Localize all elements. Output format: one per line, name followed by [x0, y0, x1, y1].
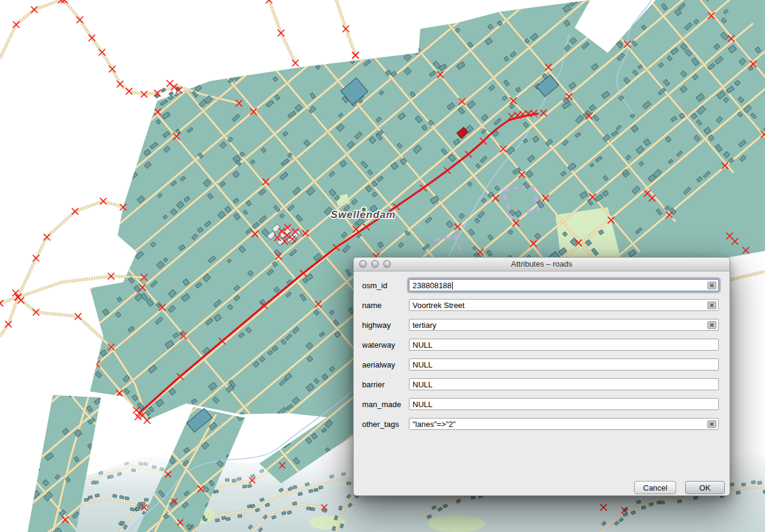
text-caret — [452, 282, 453, 289]
field-label: osm_id — [362, 281, 409, 290]
attribute-row: waterway NULL — [362, 339, 719, 351]
field-value: NULL — [413, 400, 432, 409]
field-value: tertiary — [413, 321, 437, 330]
field-input-highway[interactable]: tertiary ✕ — [409, 319, 719, 331]
field-label: man_made — [362, 400, 409, 409]
field-value: Voortrek Street — [413, 301, 465, 310]
attribute-row: man_made NULL — [362, 398, 719, 410]
attributes-dialog: Attributes – roads osm_id 238808188 ✕ na… — [353, 257, 730, 496]
field-label: barrier — [362, 380, 409, 389]
field-label: waterway — [362, 340, 409, 349]
attribute-row: osm_id 238808188 ✕ — [362, 279, 719, 291]
field-value: NULL — [413, 360, 432, 369]
clear-field-icon[interactable]: ✕ — [707, 420, 716, 428]
dialog-titlebar[interactable]: Attributes – roads — [354, 258, 730, 271]
attribute-row: other_tags "lanes"=>"2" ✕ — [362, 418, 719, 430]
field-input-aerialway[interactable]: NULL — [409, 358, 719, 370]
field-input-waterway[interactable]: NULL — [409, 339, 719, 351]
field-input-name[interactable]: Voortrek Street ✕ — [409, 299, 719, 311]
field-label: aerialway — [362, 360, 409, 369]
clear-field-icon[interactable]: ✕ — [707, 282, 716, 289]
attribute-form: osm_id 238808188 ✕ name Voortrek Street … — [354, 271, 730, 430]
field-input-man_made[interactable]: NULL — [409, 398, 719, 410]
field-value: NULL — [413, 380, 432, 389]
field-value: "lanes"=>"2" — [413, 420, 456, 429]
field-label: name — [362, 301, 409, 310]
qgis-map-window: Swellendam Attributes – roads osm_id 238… — [0, 0, 765, 532]
ok-button[interactable]: OK — [685, 481, 725, 494]
clear-field-icon[interactable]: ✕ — [707, 321, 716, 329]
field-input-other_tags[interactable]: "lanes"=>"2" ✕ — [409, 418, 719, 430]
field-value: 238808188 — [413, 281, 452, 290]
clear-field-icon[interactable]: ✕ — [707, 301, 716, 309]
field-value: NULL — [413, 340, 432, 349]
attribute-row: highway tertiary ✕ — [362, 319, 719, 331]
attribute-row: barrier NULL — [362, 378, 719, 390]
field-label: highway — [362, 321, 409, 330]
attribute-row: aerialway NULL — [362, 358, 719, 370]
town-label: Swellendam — [331, 209, 396, 220]
field-input-barrier[interactable]: NULL — [409, 378, 719, 390]
attribute-row: name Voortrek Street ✕ — [362, 299, 719, 311]
field-input-osm_id[interactable]: 238808188 ✕ — [409, 279, 719, 291]
dialog-title: Attributes – roads — [354, 258, 730, 271]
field-label: other_tags — [362, 420, 409, 429]
cancel-button[interactable]: Cancel — [634, 481, 676, 494]
